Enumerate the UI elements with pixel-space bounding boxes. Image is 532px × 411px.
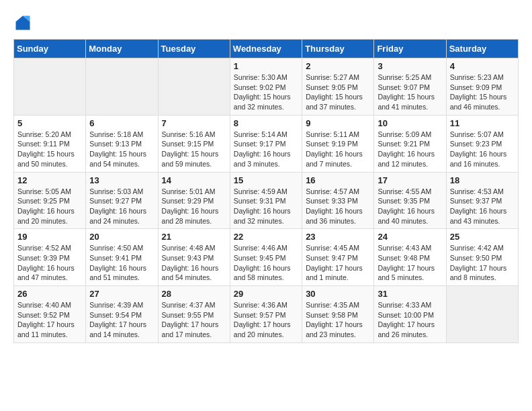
day-number: 18 bbox=[450, 175, 515, 185]
calendar-cell bbox=[158, 58, 230, 116]
cell-info: Daylight: 16 hours and 36 minutes. bbox=[306, 206, 370, 226]
cell-info: Sunset: 9:54 PM bbox=[89, 310, 154, 320]
cell-info: Daylight: 15 hours and 41 minutes. bbox=[378, 92, 442, 111]
day-number: 27 bbox=[89, 289, 154, 299]
cell-info: Sunrise: 5:05 AM bbox=[17, 187, 82, 197]
cell-info: Sunrise: 5:14 AM bbox=[234, 130, 298, 140]
cell-info: Sunset: 9:19 PM bbox=[306, 139, 370, 149]
cell-info: Sunset: 10:00 PM bbox=[378, 310, 442, 320]
cell-info: Sunset: 9:31 PM bbox=[234, 196, 298, 206]
calendar-week-2: 5Sunrise: 5:20 AMSunset: 9:11 PMDaylight… bbox=[14, 115, 519, 172]
calendar-cell: 2Sunrise: 5:27 AMSunset: 9:05 PMDaylight… bbox=[302, 58, 374, 116]
day-number: 24 bbox=[378, 232, 442, 242]
cell-info: Sunset: 9:48 PM bbox=[378, 253, 442, 263]
cell-info: Daylight: 16 hours and 32 minutes. bbox=[234, 206, 298, 226]
calendar-cell: 13Sunrise: 5:03 AMSunset: 9:27 PMDayligh… bbox=[86, 172, 158, 229]
calendar-cell: 21Sunrise: 4:48 AMSunset: 9:43 PMDayligh… bbox=[158, 229, 230, 286]
calendar-table: SundayMondayTuesdayWednesdayThursdayFrid… bbox=[13, 39, 519, 343]
cell-info: Sunset: 9:33 PM bbox=[306, 196, 370, 206]
day-number: 6 bbox=[89, 118, 154, 128]
cell-info: Sunset: 9:05 PM bbox=[306, 83, 370, 93]
cell-info: Sunrise: 5:23 AM bbox=[450, 73, 515, 83]
cell-info: Daylight: 16 hours and 40 minutes. bbox=[378, 206, 442, 226]
calendar-cell: 1Sunrise: 5:30 AMSunset: 9:02 PMDaylight… bbox=[230, 58, 302, 116]
cell-info: Sunrise: 4:48 AM bbox=[162, 243, 226, 253]
day-number: 16 bbox=[306, 175, 370, 185]
cell-info: Sunset: 9:35 PM bbox=[378, 196, 442, 206]
cell-info: Sunrise: 5:30 AM bbox=[234, 73, 298, 83]
calendar-cell bbox=[86, 58, 158, 116]
calendar-cell: 7Sunrise: 5:16 AMSunset: 9:15 PMDaylight… bbox=[158, 115, 230, 172]
cell-info: Sunrise: 5:07 AM bbox=[450, 130, 515, 140]
calendar-cell: 14Sunrise: 5:01 AMSunset: 9:29 PMDayligh… bbox=[158, 172, 230, 229]
cell-info: Sunset: 9:45 PM bbox=[234, 253, 298, 263]
header-friday: Friday bbox=[374, 40, 446, 58]
calendar-cell: 12Sunrise: 5:05 AMSunset: 9:25 PMDayligh… bbox=[14, 172, 86, 229]
calendar-cell: 26Sunrise: 4:40 AMSunset: 9:52 PMDayligh… bbox=[14, 286, 86, 343]
header-monday: Monday bbox=[86, 40, 158, 58]
calendar-cell: 24Sunrise: 4:43 AMSunset: 9:48 PMDayligh… bbox=[374, 229, 446, 286]
cell-info: Sunset: 9:07 PM bbox=[378, 83, 442, 93]
calendar-cell: 23Sunrise: 4:45 AMSunset: 9:47 PMDayligh… bbox=[302, 229, 374, 286]
calendar-cell: 27Sunrise: 4:39 AMSunset: 9:54 PMDayligh… bbox=[86, 286, 158, 343]
calendar-week-4: 19Sunrise: 4:52 AMSunset: 9:39 PMDayligh… bbox=[14, 229, 519, 286]
cell-info: Daylight: 17 hours and 17 minutes. bbox=[162, 320, 226, 339]
cell-info: Daylight: 17 hours and 26 minutes. bbox=[378, 320, 442, 339]
calendar-cell: 3Sunrise: 5:25 AMSunset: 9:07 PMDaylight… bbox=[374, 58, 446, 116]
day-number: 1 bbox=[234, 61, 298, 71]
cell-info: Sunrise: 4:33 AM bbox=[378, 300, 442, 310]
day-number: 14 bbox=[162, 175, 226, 185]
cell-info: Sunset: 9:37 PM bbox=[450, 196, 515, 206]
cell-info: Daylight: 16 hours and 58 minutes. bbox=[234, 263, 298, 283]
day-number: 4 bbox=[450, 61, 515, 71]
cell-info: Sunrise: 5:27 AM bbox=[306, 73, 370, 83]
cell-info: Sunset: 9:13 PM bbox=[89, 139, 154, 149]
cell-info: Sunrise: 4:39 AM bbox=[89, 300, 154, 310]
calendar-cell: 4Sunrise: 5:23 AMSunset: 9:09 PMDaylight… bbox=[446, 58, 518, 116]
cell-info: Sunset: 9:15 PM bbox=[162, 139, 226, 149]
calendar-cell: 20Sunrise: 4:50 AMSunset: 9:41 PMDayligh… bbox=[86, 229, 158, 286]
cell-info: Sunset: 9:39 PM bbox=[17, 253, 82, 263]
cell-info: Daylight: 17 hours and 5 minutes. bbox=[378, 263, 442, 283]
cell-info: Daylight: 16 hours and 51 minutes. bbox=[89, 263, 154, 283]
calendar-week-5: 26Sunrise: 4:40 AMSunset: 9:52 PMDayligh… bbox=[14, 286, 519, 343]
calendar-cell: 25Sunrise: 4:42 AMSunset: 9:50 PMDayligh… bbox=[446, 229, 518, 286]
calendar-cell: 22Sunrise: 4:46 AMSunset: 9:45 PMDayligh… bbox=[230, 229, 302, 286]
cell-info: Sunrise: 4:46 AM bbox=[234, 243, 298, 253]
day-number: 15 bbox=[234, 175, 298, 185]
cell-info: Sunset: 9:17 PM bbox=[234, 139, 298, 149]
days-header-row: SundayMondayTuesdayWednesdayThursdayFrid… bbox=[14, 40, 519, 58]
cell-info: Sunset: 9:58 PM bbox=[306, 310, 370, 320]
calendar-week-3: 12Sunrise: 5:05 AMSunset: 9:25 PMDayligh… bbox=[14, 172, 519, 229]
cell-info: Sunset: 9:02 PM bbox=[234, 83, 298, 93]
header-saturday: Saturday bbox=[446, 40, 518, 58]
cell-info: Sunrise: 5:16 AM bbox=[162, 130, 226, 140]
cell-info: Sunset: 9:25 PM bbox=[17, 196, 82, 206]
cell-info: Sunrise: 4:50 AM bbox=[89, 243, 154, 253]
calendar-cell: 19Sunrise: 4:52 AMSunset: 9:39 PMDayligh… bbox=[14, 229, 86, 286]
cell-info: Sunrise: 5:09 AM bbox=[378, 130, 442, 140]
cell-info: Sunset: 9:43 PM bbox=[162, 253, 226, 263]
cell-info: Sunset: 9:55 PM bbox=[162, 310, 226, 320]
cell-info: Daylight: 17 hours and 8 minutes. bbox=[450, 263, 515, 283]
cell-info: Sunrise: 4:53 AM bbox=[450, 187, 515, 197]
day-number: 2 bbox=[306, 61, 370, 71]
cell-info: Daylight: 17 hours and 11 minutes. bbox=[17, 320, 82, 339]
cell-info: Daylight: 15 hours and 54 minutes. bbox=[89, 149, 154, 169]
calendar-cell: 16Sunrise: 4:57 AMSunset: 9:33 PMDayligh… bbox=[302, 172, 374, 229]
header-thursday: Thursday bbox=[302, 40, 374, 58]
cell-info: Sunset: 9:47 PM bbox=[306, 253, 370, 263]
day-number: 23 bbox=[306, 232, 370, 242]
cell-info: Daylight: 16 hours and 20 minutes. bbox=[17, 206, 82, 226]
cell-info: Sunrise: 4:45 AM bbox=[306, 243, 370, 253]
cell-info: Daylight: 17 hours and 23 minutes. bbox=[306, 320, 370, 339]
cell-info: Sunset: 9:50 PM bbox=[450, 253, 515, 263]
day-number: 28 bbox=[162, 289, 226, 299]
cell-info: Daylight: 15 hours and 46 minutes. bbox=[450, 92, 515, 111]
logo bbox=[13, 13, 35, 32]
day-number: 8 bbox=[234, 118, 298, 128]
day-number: 11 bbox=[450, 118, 515, 128]
calendar-cell: 10Sunrise: 5:09 AMSunset: 9:21 PMDayligh… bbox=[374, 115, 446, 172]
cell-info: Sunrise: 4:52 AM bbox=[17, 243, 82, 253]
day-number: 17 bbox=[378, 175, 442, 185]
